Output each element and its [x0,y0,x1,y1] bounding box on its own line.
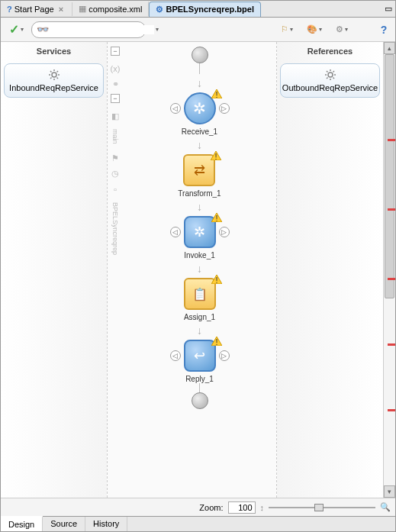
palette-icon: 🎨 [307,24,317,34]
tab-label: BPELSyncreqrep.bpel [166,5,254,14]
link-handle-left[interactable]: ◁ [170,227,181,237]
reply-icon: ↩ [194,347,205,364]
outbound-service-box[interactable]: OutboundReqRepService [280,63,380,98]
zoom-input[interactable] [228,501,256,514]
clock-icon[interactable]: ◷ [110,169,121,179]
activity-receive[interactable]: ◁ ✲ ! ▷ Receive_1 [170,92,230,136]
variable-icon[interactable]: (x) [110,63,121,74]
link-handle-right[interactable]: ▷ [219,227,230,237]
collapse-toggle[interactable]: − [111,94,120,103]
link-handle-left[interactable]: ◁ [170,103,181,114]
flow-canvas[interactable]: − (x) ⚭ − ◧ main ⚑ ◷ ▫ BPELSyncreqrep ↓ … [108,42,276,498]
tab-bpel[interactable]: ⚙ BPELSyncreqrep.bpel [149,2,261,17]
file-icon[interactable]: ▫ [110,184,121,195]
gear-icon: ✲ [193,99,206,118]
tab-design[interactable]: Design [1,516,43,531]
tab-start-page[interactable]: ? Start Page × [1,2,72,16]
assign-icon: 📋 [192,287,208,301]
validate-button[interactable]: ✓ ▾ [4,21,28,38]
gear-icon: ✲ [194,224,205,240]
activity-label: Receive_1 [182,127,217,136]
activity-invoke[interactable]: ◁ ✲ ! ▷ Invoke_1 [170,216,230,260]
editor-toolbar: ✓ ▾ 👓 ▾ ⚐ ▾ 🎨 ▾ ⚙ ▾ ? [1,18,395,42]
svg-text:!: ! [215,214,217,222]
process-flow: ↓ ◁ ✲ ! ▷ Receive_1 ↓ ⇄ [123,42,276,498]
scroll-up-button[interactable]: ▴ [384,42,395,54]
help-icon: ? [7,5,12,14]
palette-button[interactable]: 🎨 ▾ [302,21,327,38]
zoom-fit-icon[interactable]: 🔍 [380,502,391,512]
search-box[interactable]: 👓 ▾ [31,21,146,38]
search-input[interactable] [49,25,154,34]
zoom-label: Zoom: [199,503,223,512]
chevron-down-icon: ▾ [21,26,24,33]
start-node[interactable] [192,47,208,63]
flag-icon[interactable]: ⚑ [110,153,121,164]
tab-composite[interactable]: ▦ composite.xml [72,2,149,16]
help-button[interactable]: ? [375,21,392,38]
slider-thumb[interactable] [314,504,324,511]
vertical-scrollbar[interactable]: ▴ ▾ [383,42,395,498]
activity-label: Reply_1 [185,375,214,383]
end-node[interactable] [192,392,208,409]
scrollbar-thumb[interactable] [385,54,394,298]
receive-node[interactable]: ✲ ! [184,92,216,124]
gear-icon [48,69,60,81]
gear-icon [324,69,336,81]
svg-point-0 [52,73,56,77]
svg-line-7 [50,78,52,79]
svg-line-26 [327,78,328,79]
arrow-down-icon: ↓ [197,263,202,275]
check-icon: ✓ [9,22,19,37]
chevron-down-icon: ▾ [290,26,293,33]
zoom-slider[interactable] [269,503,375,512]
restore-icon: ▭ [385,4,392,13]
svg-line-25 [333,78,334,79]
connector [199,63,200,74]
warning-icon: ! [211,275,222,284]
scrollbar-track[interactable] [384,54,395,485]
spinner-icon[interactable]: ↕ [260,503,265,512]
svg-line-5 [50,71,52,73]
svg-line-6 [56,78,58,79]
chevron-down-icon[interactable]: ▾ [156,26,159,33]
scope-label-process: BPELSyncreqrep [111,202,119,255]
services-column: Services InboundReqRepService [1,42,108,498]
close-icon[interactable]: × [56,5,66,14]
warning-icon: ! [211,89,222,98]
bookmark-icon: ⚐ [281,24,288,34]
tab-list-button[interactable]: ▭ [382,4,395,14]
tools-button[interactable]: ⚙ ▾ [330,21,354,38]
svg-text:!: ! [215,152,217,160]
references-column: References OutboundReqRepService [276,42,383,498]
svg-text:!: ! [215,90,217,98]
binoculars-icon: 👓 [37,24,49,35]
partner-icon[interactable]: ◧ [110,111,121,121]
bookmark-button[interactable]: ⚐ ▾ [275,21,299,38]
transform-node[interactable]: ⇄ ! [183,154,215,186]
chevron-down-icon: ▾ [319,26,322,33]
tab-source[interactable]: Source [43,517,85,531]
chevron-down-icon: ▾ [345,26,348,33]
tab-history[interactable]: History [85,517,127,531]
link-handle-right[interactable]: ▷ [219,350,230,361]
activity-transform[interactable]: ⇄ ! Transform_1 [178,154,221,198]
invoke-node[interactable]: ✲ ! [184,216,216,248]
scope-label-main: main [111,129,119,144]
arrow-down-icon: ↓ [197,77,202,89]
link-handle-left[interactable]: ◁ [170,350,181,361]
reply-node[interactable]: ↩ ! [184,340,216,372]
svg-line-24 [327,71,328,73]
svg-point-19 [328,73,333,77]
view-tabs: Design Source History [1,516,395,531]
assign-node[interactable]: 📋 ! [184,278,216,310]
collapse-toggle[interactable]: − [111,47,120,56]
scroll-down-button[interactable]: ▾ [384,485,395,498]
activity-reply[interactable]: ◁ ↩ ! ▷ Reply_1 [170,340,230,383]
link-icon[interactable]: ⚭ [110,79,121,89]
activity-label: Transform_1 [178,189,221,198]
activity-assign[interactable]: 📋 ! Assign_1 [184,278,216,321]
link-handle-right[interactable]: ▷ [219,103,230,114]
inbound-service-box[interactable]: InboundReqRepService [4,63,104,98]
warning-icon: ! [211,337,222,346]
